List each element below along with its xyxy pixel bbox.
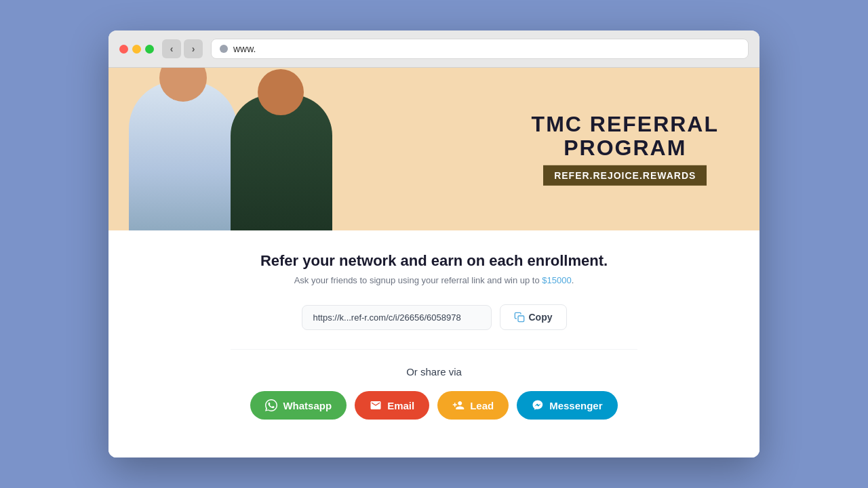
forward-button[interactable]: ›	[184, 39, 203, 58]
email-label: Email	[387, 400, 414, 411]
close-button[interactable]	[119, 45, 128, 54]
card-content: Refer your network and earn on each enro…	[108, 230, 760, 458]
banner-people	[108, 68, 467, 230]
banner-title: TMC REFERRAL PROGRAM	[532, 113, 719, 160]
referral-link-row: Copy	[302, 304, 567, 330]
copy-icon	[514, 312, 525, 323]
email-icon	[370, 399, 382, 411]
maximize-button[interactable]	[145, 45, 154, 54]
referral-url-input[interactable]	[302, 305, 492, 330]
address-text: www.	[233, 43, 256, 54]
reward-amount: $15000	[542, 275, 571, 285]
banner-subtitle: REFER.REJOICE.REWARDS	[554, 170, 696, 181]
messenger-icon	[532, 399, 544, 411]
banner: TMC REFERRAL PROGRAM REFER.REJOICE.REWAR…	[108, 68, 760, 230]
card-subheading: Ask your friends to signup using your re…	[294, 275, 574, 285]
share-via-label: Or share via	[406, 366, 462, 378]
copy-button[interactable]: Copy	[500, 304, 567, 330]
back-button[interactable]: ‹	[162, 39, 181, 58]
banner-text-area: TMC REFERRAL PROGRAM REFER.REJOICE.REWAR…	[532, 113, 719, 186]
whatsapp-button[interactable]: Whatsapp	[250, 391, 347, 420]
secure-icon	[220, 45, 228, 53]
svg-rect-0	[518, 316, 524, 322]
email-button[interactable]: Email	[355, 391, 429, 420]
banner-subtitle-box: REFER.REJOICE.REWARDS	[543, 165, 707, 186]
browser-content: TMC REFERRAL PROGRAM REFER.REJOICE.REWAR…	[108, 68, 760, 458]
traffic-lights	[119, 45, 154, 54]
lead-icon	[452, 399, 465, 411]
address-bar[interactable]: www.	[211, 39, 749, 59]
card-heading: Refer your network and earn on each enro…	[260, 252, 608, 270]
whatsapp-label: Whatsapp	[283, 400, 332, 411]
browser-window: ‹ › www.	[108, 30, 760, 458]
lead-button[interactable]: Lead	[437, 391, 509, 420]
messenger-button[interactable]: Messenger	[517, 391, 617, 420]
divider	[231, 349, 637, 350]
minimize-button[interactable]	[132, 45, 141, 54]
nav-buttons: ‹ ›	[162, 39, 203, 58]
copy-label: Copy	[529, 312, 553, 323]
browser-chrome: ‹ › www.	[108, 30, 760, 68]
messenger-label: Messenger	[549, 400, 602, 411]
whatsapp-icon	[265, 399, 277, 411]
lead-label: Lead	[470, 400, 494, 411]
share-buttons: Whatsapp Email	[250, 391, 617, 420]
